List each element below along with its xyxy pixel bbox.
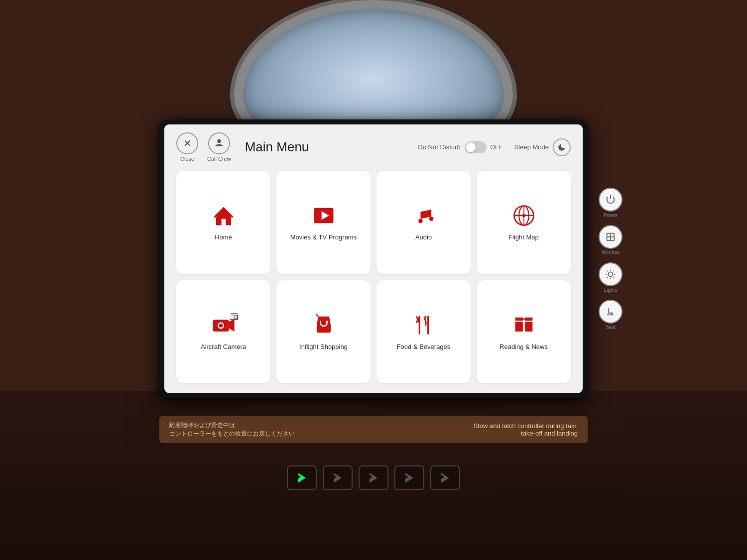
menu-item-shopping[interactable]: Inflight Shopping: [276, 280, 371, 384]
audio-label: Audio: [415, 233, 432, 242]
sleep-button[interactable]: [553, 138, 571, 156]
menu-grid: Home Movies & TV Programs Audio: [164, 167, 583, 393]
seat-button[interactable]: [599, 300, 622, 324]
menu-item-aircraft-camera[interactable]: Aircraft Camera: [176, 280, 270, 384]
seat-label: Seat: [606, 325, 616, 330]
menu-item-flight-map[interactable]: Flight Map: [477, 171, 571, 274]
tablet-screen: ✕ Close Call Crew Main Menu: [164, 124, 583, 393]
svg-rect-13: [316, 324, 330, 333]
audio-icon: [411, 203, 437, 228]
movies-icon: [311, 203, 337, 228]
close-button-group: ✕ Close: [176, 132, 198, 162]
shopping-icon: [311, 312, 337, 338]
svg-point-7: [522, 214, 525, 218]
menu-item-home[interactable]: Home: [176, 171, 270, 274]
tray-btn-3[interactable]: [359, 465, 388, 490]
tray-area: 離着陸時および滑走中は コントローラーをもとの位置にお戻しください Stow a…: [0, 391, 747, 560]
flight-map-label: Flight Map: [508, 233, 539, 242]
power-label: Power: [604, 213, 618, 218]
lights-label: Lights: [604, 287, 618, 293]
sleep-label: Sleep Mode: [514, 143, 549, 151]
dnd-state: OFF: [491, 144, 502, 151]
movies-label: Movies & TV Programs: [290, 233, 357, 242]
header-right: Do Not Disturb OFF Sleep Mode: [418, 138, 571, 156]
home-label: Home: [215, 233, 232, 242]
moon-icon: [557, 143, 566, 152]
svg-line-12: [316, 314, 318, 316]
toggle-thumb: [466, 142, 476, 152]
svg-line-24: [607, 271, 608, 271]
flight-map-icon: [511, 203, 537, 228]
tray-btn-icon-1: [296, 472, 308, 484]
shopping-label: Inflight Shopping: [299, 343, 348, 351]
aircraft-camera-label: Aircraft Camera: [201, 343, 246, 351]
person-icon: [214, 138, 225, 149]
lights-icon: [605, 269, 616, 280]
sleep-group: Sleep Mode: [514, 138, 571, 156]
reading-icon: [511, 312, 537, 338]
dnd-toggle[interactable]: [465, 141, 487, 153]
menu-item-movies[interactable]: Movies & TV Programs: [276, 171, 371, 274]
food-icon: [411, 312, 437, 338]
dnd-group: Do Not Disturb OFF: [418, 141, 502, 153]
food-label: Food & Beverages: [397, 343, 451, 351]
menu-item-audio[interactable]: Audio: [376, 171, 471, 274]
svg-line-25: [614, 277, 614, 278]
call-crew-group: Call Crew: [207, 132, 231, 162]
tray-btn-4[interactable]: [394, 465, 424, 490]
side-controls: Power Window: [599, 188, 622, 330]
japanese-instructions: 離着陸時および滑走中は コントローラーをもとの位置にお戻しください: [169, 421, 295, 438]
seat-icon: [605, 306, 616, 317]
tray-btn-5[interactable]: [430, 465, 460, 490]
tray-btn-icon-3: [368, 472, 379, 484]
screen-header: ✕ Close Call Crew Main Menu: [164, 124, 583, 167]
camera-icon-wrapper: [211, 312, 237, 338]
power-button[interactable]: [599, 188, 622, 212]
menu-item-food[interactable]: Food & Beverages: [376, 280, 471, 384]
tray-btn-2[interactable]: [323, 465, 353, 490]
home-icon: [211, 203, 237, 228]
lights-button[interactable]: [599, 262, 622, 286]
tablet-device: ✕ Close Call Crew Main Menu: [159, 119, 588, 398]
close-label: Close: [180, 156, 194, 162]
close-button[interactable]: ✕: [176, 132, 198, 154]
svg-line-29: [614, 271, 614, 271]
tray-btn-icon-4: [403, 472, 415, 484]
tray-buttons: [249, 465, 498, 490]
english-instructions: Stow and latch controller during taxi, t…: [473, 422, 578, 437]
page-title: Main Menu: [245, 139, 309, 155]
seat-btn-group: Seat: [599, 300, 622, 330]
call-crew-button[interactable]: [208, 132, 230, 154]
window-icon: [605, 231, 616, 242]
close-icon: ✕: [183, 138, 192, 148]
power-icon: [605, 194, 616, 205]
screencast-icon: [230, 312, 239, 321]
tray-label-strip: 離着陸時および滑走中は コントローラーをもとの位置にお戻しください Stow a…: [159, 416, 588, 443]
window-label: Window: [602, 250, 620, 255]
svg-line-28: [607, 277, 608, 278]
tray-btn-icon-5: [439, 472, 451, 484]
svg-point-11: [219, 324, 223, 328]
call-crew-label: Call Crew: [207, 156, 231, 162]
menu-item-reading[interactable]: Reading & News: [477, 280, 571, 384]
tray-btn-icon-2: [332, 472, 344, 484]
window-button[interactable]: [599, 225, 622, 249]
reading-label: Reading & News: [499, 343, 548, 351]
lights-btn-group: Lights: [599, 262, 622, 293]
window-btn-group: Window: [599, 225, 622, 255]
power-btn-group: Power: [599, 188, 622, 218]
header-left: ✕ Close Call Crew Main Menu: [176, 132, 309, 162]
dnd-label: Do Not Disturb: [418, 143, 460, 151]
tray-btn-1[interactable]: [287, 465, 317, 490]
svg-point-0: [217, 139, 221, 143]
svg-point-21: [608, 272, 613, 276]
